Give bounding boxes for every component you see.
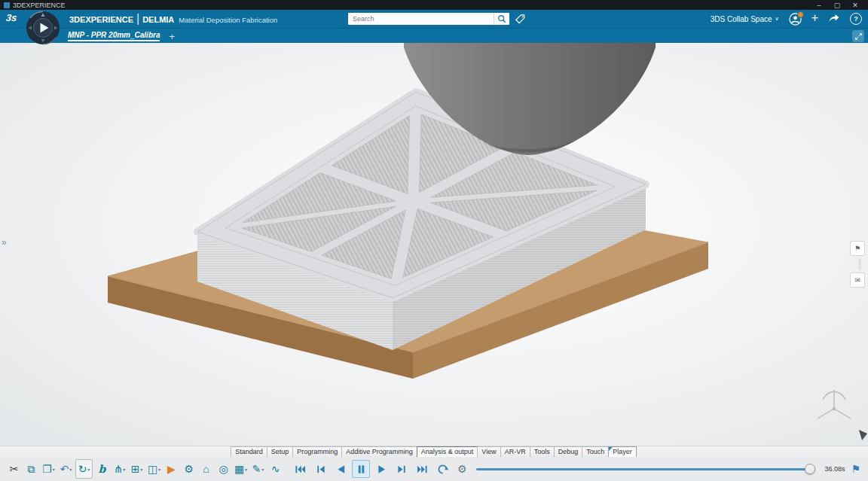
dropdown-caret-icon[interactable]: ▾ — [261, 467, 264, 472]
minimize-button[interactable]: – — [810, 2, 828, 9]
playback-controls — [291, 460, 451, 478]
loop-icon — [437, 464, 448, 475]
expand-arrows-icon — [854, 32, 863, 41]
dassault-logo: 3s — [5, 12, 17, 23]
help-icon: ? — [854, 15, 858, 23]
playback-slider[interactable] — [476, 461, 816, 476]
ribbon-tab-programming[interactable]: Programming — [292, 446, 342, 458]
step-forward-button[interactable] — [393, 460, 411, 478]
step-backward-icon — [315, 464, 326, 475]
share-icon — [828, 12, 840, 23]
share-button[interactable] — [828, 12, 840, 26]
user-avatar-button[interactable] — [789, 13, 802, 26]
brand-separator: | — [136, 12, 139, 26]
app-header: 3s 3DEXPERIENCE | DELMIA Material Deposi… — [0, 10, 868, 28]
step-backward-button[interactable] — [311, 460, 329, 478]
ribbon-tab-debug[interactable]: Debug — [554, 446, 583, 458]
chevron-down-icon: ∨ — [775, 16, 779, 22]
ribbon-tab-analysis-output[interactable]: Analysis & output — [417, 446, 478, 458]
app-subtitle: Material Deposition Fabrication — [179, 16, 277, 24]
viewport-3d[interactable]: » ⚑✉ — [0, 43, 868, 446]
corner-arrow-icon — [859, 430, 867, 440]
dropdown-caret-icon[interactable]: ▾ — [123, 467, 125, 472]
maximize-button[interactable]: ▢ — [828, 2, 846, 9]
paste-button[interactable]: ❐▾ — [41, 460, 57, 478]
tag-button[interactable] — [514, 13, 526, 25]
compare-button[interactable]: ◫▾ — [146, 460, 162, 478]
home-position-button[interactable]: ⌂ — [198, 460, 214, 478]
simulation-settings-button[interactable]: ⚙ — [457, 463, 467, 475]
window-layout-icon: ⊞ — [131, 464, 140, 474]
undo-icon: ↶ — [60, 464, 69, 474]
probe-analysis-button[interactable]: ◎ — [215, 460, 231, 478]
home-position-icon: ⌂ — [203, 464, 209, 474]
ribbon-tab-view[interactable]: View — [477, 446, 500, 458]
jump-to-start-icon — [295, 464, 306, 475]
loop-button[interactable] — [433, 460, 451, 478]
side-message-button[interactable]: ✉ — [850, 272, 865, 288]
dropdown-caret-icon[interactable]: ▾ — [53, 467, 55, 472]
window-layout-button[interactable]: ⊞▾ — [129, 460, 145, 478]
ribbon-tab-tools[interactable]: Tools — [530, 446, 555, 458]
ribbon-tab-standard[interactable]: Standard — [231, 446, 267, 458]
close-button[interactable]: ✕ — [846, 2, 864, 9]
ribbon-tab-additive-programming[interactable]: Additive Programming — [341, 446, 417, 458]
side-bookmark-button[interactable]: ⚑ — [850, 241, 865, 256]
document-tab[interactable]: MNP - PPR 20mm_Calibra — [68, 31, 160, 41]
paste-icon: ❐ — [42, 464, 52, 474]
behavior-button[interactable]: b — [94, 460, 110, 478]
ribbon-tab-setup[interactable]: Setup — [267, 446, 294, 458]
time-display: 36.08s — [824, 465, 845, 473]
dropdown-caret-icon[interactable]: ▾ — [87, 467, 90, 472]
play-backward-button[interactable] — [332, 460, 350, 478]
slider-track[interactable] — [476, 468, 816, 470]
undo-button[interactable]: ↶▾ — [58, 460, 74, 478]
output-table-icon: ▦ — [234, 464, 244, 474]
jump-to-start-button[interactable] — [291, 460, 309, 478]
header-right-cluster: 3DS Collab Space ∨ + ? — [711, 10, 862, 28]
window-titlebar: 3DEXPERIENCE – ▢ ✕ — [0, 0, 868, 10]
process-tree-icon: ⋔ — [114, 464, 123, 474]
output-table-button[interactable]: ▦▾ — [233, 460, 249, 478]
jump-to-end-icon — [417, 464, 428, 475]
help-button[interactable]: ? — [850, 13, 862, 25]
ribbon-tab-touch[interactable]: Touch — [582, 446, 609, 458]
slider-handle[interactable] — [805, 464, 815, 474]
update-button[interactable]: ↻▾ — [75, 459, 93, 479]
panel-expand-button[interactable]: » — [2, 237, 7, 248]
dropdown-caret-icon[interactable]: ▾ — [69, 467, 72, 472]
view-triad-icon — [818, 390, 851, 419]
side-scrollbar[interactable] — [858, 258, 861, 270]
signal-flow-icon: ∿ — [271, 464, 280, 474]
dropdown-caret-icon[interactable]: ▾ — [245, 467, 247, 472]
new-tab-button[interactable]: + — [169, 31, 175, 42]
machine-setup-button[interactable]: ⚙ — [181, 460, 197, 478]
signal-flow-button[interactable]: ∿ — [267, 460, 283, 478]
process-tree-button[interactable]: ⋔▾ — [112, 460, 127, 478]
app-icon — [4, 2, 10, 8]
play-forward-button[interactable] — [372, 460, 390, 478]
ribbon-tab-player[interactable]: Player — [608, 446, 637, 458]
copy-button[interactable]: ⧉ — [23, 460, 39, 478]
run-simulation-button[interactable]: ▶ — [164, 460, 179, 478]
edit-program-button[interactable]: ✎▾ — [250, 460, 266, 478]
ribbon-tab-ar-vr[interactable]: AR-VR — [500, 446, 530, 458]
dropdown-caret-icon[interactable]: ▾ — [158, 467, 160, 472]
copy-icon: ⧉ — [28, 464, 35, 474]
jump-to-end-button[interactable] — [413, 460, 431, 478]
expand-window-button[interactable] — [852, 30, 864, 42]
run-simulation-icon: ▶ — [167, 464, 176, 474]
search-button[interactable] — [494, 13, 509, 25]
3dcompass-button[interactable] — [26, 11, 60, 45]
cut-button[interactable]: ✂ — [6, 460, 22, 478]
printed-part — [197, 92, 646, 350]
probe-analysis-icon: ◎ — [219, 464, 228, 474]
pause-button[interactable] — [352, 460, 370, 478]
pause-icon — [356, 464, 367, 475]
end-flag-button[interactable]: ⚑ — [851, 463, 860, 475]
search-input[interactable] — [348, 13, 494, 25]
collab-space-selector[interactable]: 3DS Collab Space ∨ — [711, 15, 779, 23]
tag-icon — [515, 14, 526, 25]
dropdown-caret-icon[interactable]: ▾ — [140, 467, 142, 472]
add-content-button[interactable]: + — [811, 12, 818, 24]
